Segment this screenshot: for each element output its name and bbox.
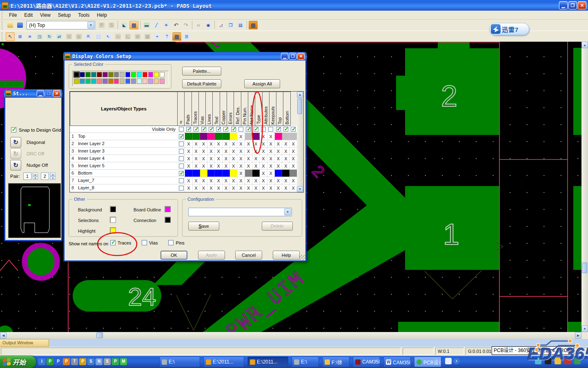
layer-color-cell[interactable]: X bbox=[230, 184, 237, 191]
other-item-color[interactable] bbox=[165, 217, 171, 223]
color-swatch[interactable] bbox=[143, 72, 148, 77]
layer-enabled-cell[interactable] bbox=[178, 170, 185, 177]
vscroll-thumb[interactable] bbox=[582, 263, 587, 273]
visible-only-checkbox-cell[interactable] bbox=[193, 126, 200, 132]
messenger-icon[interactable]: M bbox=[120, 358, 127, 365]
layer-color-cell[interactable]: X bbox=[252, 184, 260, 191]
window-cascade-icon[interactable]: ❐ bbox=[226, 21, 235, 29]
canvas-vscrollbar[interactable]: ▲ ▼ bbox=[581, 42, 588, 332]
swap-icon[interactable]: ⇄ bbox=[55, 32, 64, 41]
layer-color-cell[interactable] bbox=[193, 170, 200, 177]
layer-color-cell[interactable]: X bbox=[245, 162, 252, 169]
layer-color-cell[interactable]: X bbox=[237, 133, 245, 140]
layer-name[interactable]: Inner Layer 4 bbox=[78, 155, 178, 162]
panel-titlebar[interactable]: St... ▁ ❐ ✕ bbox=[4, 89, 62, 98]
visible-only-checkbox-cell[interactable] bbox=[237, 126, 245, 132]
ripup-icon[interactable]: ≋ bbox=[25, 32, 34, 41]
visible-only-checkbox-cell[interactable] bbox=[200, 126, 207, 132]
layer-color-cell[interactable]: X bbox=[267, 170, 275, 177]
layer-color-cell[interactable]: X bbox=[290, 177, 297, 184]
layer-name[interactable]: Layer_7 bbox=[78, 177, 178, 184]
visible-only-checkbox[interactable] bbox=[179, 127, 184, 132]
layer-color-cell[interactable]: X bbox=[193, 177, 200, 184]
xunlei-widget[interactable]: 迅雷7 bbox=[489, 23, 529, 35]
scroll-down-icon[interactable]: ▼ bbox=[581, 325, 588, 332]
visible-only-checkbox[interactable] bbox=[291, 127, 296, 132]
color-swatch[interactable] bbox=[97, 79, 102, 84]
visible-only-checkbox[interactable] bbox=[261, 127, 266, 132]
layer-color-cell[interactable]: X bbox=[260, 133, 267, 140]
layer-color-cell[interactable]: X bbox=[200, 148, 207, 155]
minimize-button[interactable]: ▁ bbox=[559, 1, 568, 9]
layer-color-cell[interactable]: X bbox=[282, 184, 290, 191]
color-swatch[interactable] bbox=[114, 79, 119, 84]
scroll-up-icon[interactable]: ▲ bbox=[581, 42, 588, 48]
help-button[interactable]: Help bbox=[273, 251, 300, 260]
layer-enabled-checkbox[interactable] bbox=[179, 186, 184, 191]
color-swatch[interactable] bbox=[125, 79, 131, 84]
multi-select-icon[interactable]: ↖ bbox=[104, 32, 113, 41]
pads-logic-icon[interactable]: P bbox=[55, 358, 62, 365]
layer-name[interactable]: Inner Layer 5 bbox=[78, 162, 178, 169]
layer-color-cell[interactable]: X bbox=[185, 177, 192, 184]
pair-first-input[interactable]: 1 bbox=[23, 173, 31, 180]
layer-color-cell[interactable]: X bbox=[290, 184, 297, 191]
pair-second-input[interactable]: 2 bbox=[41, 173, 49, 180]
layer-color-cell[interactable]: X bbox=[282, 162, 290, 169]
hide-arrow-icon[interactable]: ‹ bbox=[453, 358, 460, 364]
board-minimap[interactable] bbox=[8, 183, 61, 238]
cancel-button[interactable]: Cancel bbox=[235, 251, 262, 260]
save-button[interactable]: SSave bbox=[188, 222, 219, 231]
table-scroll-up-icon[interactable]: ▲ bbox=[297, 92, 303, 98]
color-swatch[interactable] bbox=[80, 79, 85, 84]
start-button[interactable]: 开始 bbox=[0, 356, 36, 368]
ok-button[interactable]: OK bbox=[160, 251, 187, 260]
layer-color-cell[interactable]: X bbox=[275, 184, 282, 191]
layer-color-cell[interactable]: X bbox=[237, 148, 245, 155]
visible-only-checkbox[interactable] bbox=[283, 127, 288, 132]
layer-color-cell[interactable]: X bbox=[207, 148, 215, 155]
layer-color-cell[interactable]: X bbox=[237, 155, 245, 162]
hscroll-thumb[interactable] bbox=[96, 332, 103, 338]
canvas-hscrollbar[interactable]: ◀ ▶ bbox=[0, 332, 581, 339]
visible-only-checkbox[interactable] bbox=[223, 127, 228, 132]
visible-only-checkbox-cell[interactable] bbox=[223, 126, 230, 132]
mode-button-nudge-off[interactable]: ↻ bbox=[10, 160, 21, 171]
visible-only-checkbox-cell[interactable] bbox=[178, 126, 185, 132]
layer-color-cell[interactable]: X bbox=[267, 177, 275, 184]
layer-enabled-cell[interactable] bbox=[178, 162, 185, 169]
layer-color-cell[interactable]: X bbox=[245, 177, 252, 184]
visible-only-checkbox[interactable] bbox=[268, 127, 273, 132]
color-swatch[interactable] bbox=[97, 72, 102, 77]
layer-color-cell[interactable] bbox=[215, 133, 222, 140]
layer-color-cell[interactable]: X bbox=[207, 155, 215, 162]
apply-button[interactable]: Apply bbox=[198, 251, 225, 260]
layer-color-cell[interactable]: X bbox=[200, 155, 207, 162]
layer-enabled-checkbox[interactable] bbox=[179, 156, 184, 161]
test-point-icon[interactable]: ⍑ bbox=[163, 32, 172, 41]
net-name-checkbox[interactable] bbox=[168, 240, 174, 245]
color-swatch[interactable] bbox=[80, 72, 85, 77]
dialog-titlebar[interactable]: Display Colors Setup ▁ ❐ ✕ bbox=[63, 52, 307, 61]
move-icon[interactable]: ⊞ bbox=[16, 32, 24, 41]
dialog-resize-grip[interactable] bbox=[300, 255, 305, 260]
corner-icon[interactable]: ◳ bbox=[35, 32, 44, 41]
menu-item-view[interactable]: View bbox=[36, 11, 54, 19]
layer-enabled-cell[interactable] bbox=[178, 184, 185, 191]
zoom-area-icon[interactable]: ◉ bbox=[204, 21, 213, 29]
layer-color-cell[interactable] bbox=[193, 133, 200, 140]
layer-color-cell[interactable]: X bbox=[237, 177, 245, 184]
taskbar-task[interactable]: CAM350... bbox=[353, 357, 380, 367]
layer-color-cell[interactable]: X bbox=[223, 162, 230, 169]
layer-color-cell[interactable]: X bbox=[282, 140, 290, 147]
layer-name[interactable]: Bottom bbox=[78, 170, 178, 177]
scroll-right-icon[interactable]: ▶ bbox=[575, 332, 581, 339]
visible-only-checkbox-cell[interactable] bbox=[275, 126, 282, 132]
color-swatch[interactable] bbox=[102, 79, 108, 84]
layer-color-cell[interactable]: X bbox=[230, 140, 237, 147]
layer-color-cell[interactable]: X bbox=[260, 184, 267, 191]
taskbar-task[interactable]: WCAM350及... bbox=[383, 357, 411, 367]
layer-enabled-checkbox[interactable] bbox=[179, 141, 184, 146]
layer-color-cell[interactable]: X bbox=[267, 162, 275, 169]
layer-color-cell[interactable]: X bbox=[252, 148, 260, 155]
